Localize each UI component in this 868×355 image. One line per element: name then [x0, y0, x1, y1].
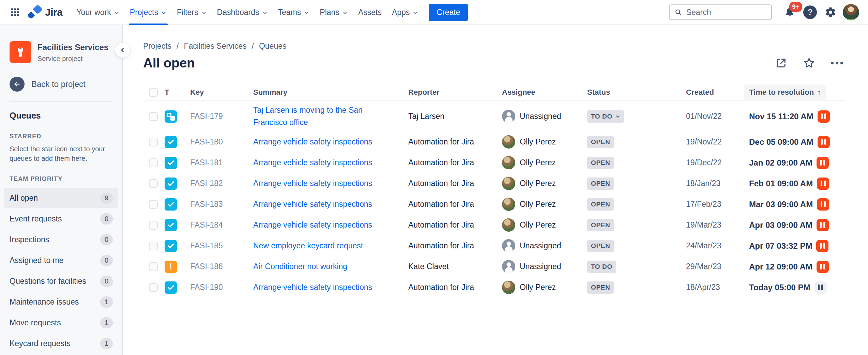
time-to-resolution: Apr 03 09:00 AM [749, 220, 812, 230]
assignee-avatar [502, 260, 515, 273]
status-chip[interactable]: OPEN [587, 219, 614, 231]
nav-item-teams[interactable]: Teams [273, 0, 315, 25]
status-chip[interactable]: TO DO [587, 110, 624, 123]
nav-item-projects[interactable]: Projects [125, 0, 172, 25]
row-checkbox[interactable] [149, 179, 158, 188]
nav-item-label: Teams [278, 8, 301, 17]
issue-key: FASI-180 [190, 137, 253, 146]
row-checkbox[interactable] [149, 242, 158, 250]
create-button[interactable]: Create [429, 4, 468, 21]
check-icon [167, 242, 175, 250]
row-checkbox[interactable] [149, 112, 158, 121]
settings-button[interactable] [822, 4, 839, 20]
breadcrumb-facilities-services[interactable]: Facilities Services [184, 42, 246, 51]
back-to-project[interactable]: Back to project [10, 77, 113, 92]
time-to-resolution: Feb 01 09:00 AM [749, 179, 813, 188]
status-chip[interactable]: TO DO [587, 261, 616, 273]
sidebar-collapse-button[interactable] [115, 43, 130, 58]
check-icon [167, 158, 175, 167]
column-header-status[interactable]: Status [587, 88, 686, 97]
issue-summary-link[interactable]: Taj Larsen is moving to the San Francisc… [253, 104, 396, 128]
jira-logo[interactable]: Jira [28, 5, 62, 19]
task-type-icon [165, 136, 177, 148]
sidebar-item-maintenance-issues[interactable]: Maintenance issues 1 [4, 292, 118, 312]
issue-key: FASI-190 [190, 283, 253, 292]
row-checkbox[interactable] [149, 262, 158, 271]
chevron-down-icon [161, 10, 167, 16]
ellipsis-icon [831, 62, 843, 64]
search-icon [674, 8, 682, 17]
sidebar-item-inspections[interactable]: Inspections 0 [4, 230, 118, 249]
sla-pause-icon [817, 178, 829, 190]
nav-item-assets[interactable]: Assets [353, 0, 387, 25]
nav-item-label: Dashboards [217, 8, 259, 17]
status-chip[interactable]: OPEN [587, 136, 614, 148]
queue-item-label: All open [10, 194, 38, 203]
column-header-assignee[interactable]: Assignee [502, 88, 587, 97]
chevron-down-icon [201, 10, 207, 16]
issue-summary-link[interactable]: Arrange vehicle safety inspections [253, 198, 372, 211]
column-header-key[interactable]: Key [190, 88, 253, 97]
star-icon [803, 57, 816, 70]
issue-summary-link[interactable]: Arrange vehicle safety inspections [253, 136, 372, 148]
status-chip[interactable]: OPEN [587, 281, 614, 294]
issue-summary-link[interactable]: Arrange vehicle safety inspections [253, 178, 372, 190]
created-date: 19/Nov/22 [686, 137, 749, 146]
nav-item-label: Filters [177, 8, 198, 17]
row-checkbox[interactable] [149, 158, 158, 167]
sidebar-item-event-requests[interactable]: Event requests 0 [4, 209, 118, 229]
star-button[interactable] [801, 55, 817, 71]
table-row: FASI-185 New employee keycard request Au… [143, 235, 845, 256]
select-all-checkbox[interactable] [149, 88, 158, 97]
issue-summary-link[interactable]: Air Conditioner not working [253, 261, 347, 273]
issue-summary-link[interactable]: New employee keycard request [253, 240, 363, 252]
sidebar-item-keycard-requests[interactable]: Keycard requests 1 [4, 334, 118, 353]
nav-item-your-work[interactable]: Your work [71, 0, 124, 25]
more-button[interactable] [829, 55, 845, 71]
sidebar-item-assigned-to-me[interactable]: Assigned to me 0 [4, 250, 118, 270]
sidebar-item-all-open[interactable]: All open 9 [4, 188, 118, 208]
issue-summary-link[interactable]: Arrange vehicle safety inspections [253, 281, 372, 294]
status-chip[interactable]: OPEN [587, 178, 614, 190]
table-row: FASI-184 Arrange vehicle safety inspecti… [143, 215, 845, 235]
sidebar-item-move-requests[interactable]: Move requests 1 [4, 313, 118, 333]
search-box[interactable] [669, 4, 772, 20]
app-switcher-icon[interactable] [7, 4, 23, 20]
sidebar-item-questions-for-facilities[interactable]: Questions for facilities 0 [4, 271, 118, 291]
issue-summary-link[interactable]: Arrange vehicle safety inspections [253, 219, 372, 231]
nav-item-dashboards[interactable]: Dashboards [212, 0, 273, 25]
assignee-name: Olly Perez [520, 220, 556, 230]
export-button[interactable] [773, 55, 789, 71]
notifications-button[interactable]: 9+ [781, 4, 798, 20]
profile-avatar[interactable] [843, 4, 859, 20]
created-date: 01/Nov/22 [686, 112, 749, 121]
column-header-created[interactable]: Created [686, 88, 749, 97]
nav-item-apps[interactable]: Apps [387, 0, 423, 25]
breadcrumb-queues[interactable]: Queues [259, 42, 287, 51]
nav-item-filters[interactable]: Filters [172, 0, 212, 25]
task-type-icon [165, 281, 177, 294]
created-date: 18/Apr/23 [686, 283, 749, 292]
column-header-type[interactable]: T [165, 88, 190, 97]
row-checkbox[interactable] [149, 138, 158, 146]
row-checkbox[interactable] [149, 200, 158, 209]
status-chip[interactable]: OPEN [587, 157, 614, 169]
created-date: 19/Dec/22 [686, 158, 749, 167]
search-input[interactable] [686, 8, 766, 17]
column-header-summary[interactable]: Summary [253, 88, 408, 97]
assignee-avatar [502, 218, 515, 232]
column-header-reporter[interactable]: Reporter [408, 88, 502, 97]
breadcrumb-projects[interactable]: Projects [143, 42, 171, 51]
column-header-time-to-resolution[interactable]: Time to resolution ↑ [749, 84, 845, 100]
issue-summary-link[interactable]: Arrange vehicle safety inspections [253, 157, 372, 169]
queue-list: All open 9 Event requests 0 Inspections … [4, 188, 118, 353]
assignee-avatar [502, 156, 515, 169]
status-chip[interactable]: OPEN [587, 240, 614, 252]
status-chip[interactable]: OPEN [587, 198, 614, 211]
queue-item-count: 0 [100, 276, 113, 287]
nav-right: 9+ [669, 4, 859, 20]
row-checkbox[interactable] [149, 283, 158, 292]
help-button[interactable] [802, 4, 818, 20]
row-checkbox[interactable] [149, 221, 158, 230]
nav-item-plans[interactable]: Plans [315, 0, 353, 25]
